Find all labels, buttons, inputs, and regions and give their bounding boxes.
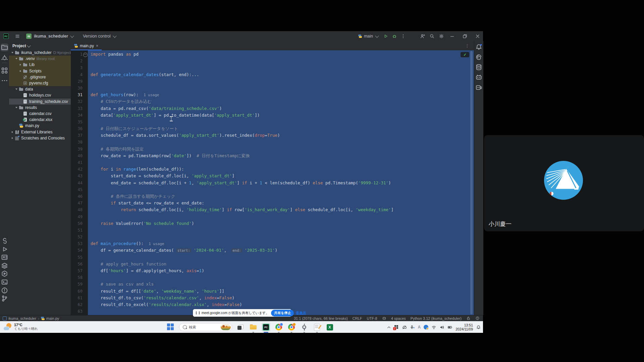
line-ending-widget[interactable]: CRLF	[353, 316, 362, 320]
hide-banner-link[interactable]: 非表示	[296, 311, 306, 315]
gutter-ai-icon[interactable]	[83, 53, 88, 57]
error-indicator-icon[interactable]	[475, 316, 480, 321]
encoding-widget[interactable]: UTF-8	[367, 316, 377, 320]
search-icon[interactable]	[429, 34, 435, 39]
code-area[interactable]: import pandas as pddef generate_calendar…	[88, 50, 474, 315]
code-line-55	[88, 254, 474, 261]
notification-bell-icon[interactable]	[476, 325, 481, 330]
chevron-closed-icon[interactable]	[20, 70, 21, 72]
database-tool-icon[interactable]	[475, 63, 483, 71]
settings-icon[interactable]	[439, 34, 444, 39]
ai-assistant-icon[interactable]	[475, 53, 483, 61]
problems-tool-icon[interactable]	[1, 287, 8, 294]
taskbar-app-file-explorer[interactable]	[249, 323, 258, 331]
close-icon[interactable]	[475, 34, 480, 39]
tree-item-calendar-csv[interactable]: calendar.csv	[9, 111, 71, 117]
tree-item-holidays-csv[interactable]: holidays.csv	[9, 92, 71, 98]
tree-item-data[interactable]: data	[9, 86, 71, 92]
taskbar-app-chrome-profile-1[interactable]	[274, 323, 283, 331]
tree-item-training-schedule-csv[interactable]: training_schedule.csv	[9, 99, 71, 105]
volume-icon[interactable]	[439, 325, 444, 330]
wifi-icon[interactable]	[431, 325, 436, 330]
project-selector[interactable]: ikuma_scheduler	[34, 34, 73, 39]
taskbar-app-notepad[interactable]	[313, 323, 321, 331]
commit-tool-icon[interactable]	[1, 54, 8, 62]
tree-item--venv[interactable]: .venvlibrary root	[9, 56, 71, 62]
tray-clock[interactable]: 13:51 2024/11/09	[455, 323, 473, 331]
app-grid-badge-icon[interactable]: 1	[394, 325, 399, 329]
tree-item-external-libraries[interactable]: External Libraries	[9, 129, 71, 135]
editor-body[interactable]: 1234293031323334353637383940414243444546…	[71, 50, 474, 315]
more-tools-icon[interactable]	[1, 77, 8, 84]
interpreter-widget[interactable]: Python 3.12 (ikuma_scheduler)	[411, 316, 462, 320]
chevron-closed-icon[interactable]	[12, 131, 13, 133]
weather-desc: くもり時々晴れ	[14, 327, 38, 331]
assistant-plugin-icon[interactable]	[475, 73, 483, 81]
run-tool-icon[interactable]	[1, 245, 8, 253]
tree-item-lib[interactable]: Lib	[9, 62, 71, 68]
tree-item-results[interactable]: results	[9, 105, 71, 111]
ai-status-icon[interactable]	[382, 316, 386, 321]
taskbar-app-task-view[interactable]	[236, 323, 245, 331]
breadcrumb-file[interactable]: main.py	[46, 316, 59, 320]
taskbar-app-pycharm[interactable]: PC	[262, 323, 270, 331]
add-user-icon[interactable]	[420, 34, 425, 39]
ime-mode-indicator[interactable]: A	[418, 325, 421, 329]
caret-position-widget[interactable]: 31:1 (2078 chars, 66 line breaks)	[294, 316, 348, 320]
participant-tile[interactable]: 小川慶一	[484, 135, 644, 231]
chevron-open-icon[interactable]	[11, 52, 13, 53]
main-menu-icon[interactable]	[15, 34, 20, 39]
vcs-selector[interactable]: Version control	[83, 34, 116, 39]
restore-icon[interactable]	[462, 34, 468, 39]
version-control-tool-icon[interactable]	[1, 295, 8, 302]
battery-icon[interactable]	[447, 325, 452, 330]
taskbar-app-settings[interactable]	[300, 323, 309, 331]
chevron-open-icon[interactable]	[15, 58, 17, 59]
tree-item--gitignore[interactable]: .gitignore	[9, 74, 71, 80]
hidden-icons-icon[interactable]	[386, 325, 391, 330]
line-number: 38	[71, 139, 88, 145]
tab-close-icon[interactable]: ×	[96, 44, 98, 48]
blue-app-icon[interactable]	[424, 325, 428, 329]
more-actions-icon[interactable]	[400, 34, 406, 39]
indent-widget[interactable]: 4 spaces	[391, 316, 406, 320]
python-console-icon[interactable]	[1, 237, 8, 245]
stop-sharing-button[interactable]: 共有を停止	[271, 310, 294, 316]
unlock-icon[interactable]	[466, 316, 471, 321]
project-panel-header[interactable]: Project	[9, 41, 71, 50]
tree-item-scratches-and-consoles[interactable]: Scratches and Consoles	[9, 135, 71, 141]
tree-item-scripts[interactable]: Scripts	[9, 68, 71, 74]
project-tool-icon[interactable]	[1, 44, 8, 51]
chevron-closed-icon[interactable]	[12, 137, 13, 139]
editor-scrollbar[interactable]	[470, 51, 473, 314]
breadcrumb-project[interactable]: ikuma_scheduler	[8, 316, 36, 320]
translate-plugin-icon[interactable]	[475, 83, 483, 91]
taskbar-app-chrome-profile-2[interactable]	[287, 323, 296, 331]
terminal-tool-icon[interactable]	[1, 278, 8, 286]
run-config-selector[interactable]: main	[364, 34, 378, 39]
debug-icon[interactable]	[392, 34, 397, 39]
tab-options-icon[interactable]: ⋮	[465, 44, 469, 48]
tree-item-ikuma-scheduler[interactable]: ikuma_schedulerD:¥projects¥exper	[9, 50, 71, 56]
notifications-icon[interactable]	[475, 43, 483, 51]
tree-item-pyvenv-cfg[interactable]: pyvenv.cfg	[9, 80, 71, 86]
tab-main-py[interactable]: main.py ×	[71, 41, 102, 50]
onedrive-paused-icon[interactable]	[402, 325, 407, 330]
structure-tool-icon[interactable]	[1, 67, 8, 74]
layers-tool-icon[interactable]	[1, 262, 8, 269]
tree-item-main-py[interactable]: main.py	[9, 123, 71, 129]
inspection-status-icon[interactable]: ✓	[461, 52, 469, 57]
start-button[interactable]	[166, 323, 175, 331]
chevron-closed-icon[interactable]	[20, 64, 21, 66]
minimize-icon[interactable]	[449, 34, 455, 39]
taskbar-search[interactable]: 検索	[179, 323, 232, 331]
taskbar-app-excel[interactable]: X	[325, 323, 334, 331]
chevron-open-icon[interactable]	[15, 88, 17, 90]
weather-widget[interactable]: 17°C くもり時々晴れ	[3, 322, 38, 331]
table-tool-icon[interactable]	[1, 253, 8, 261]
chevron-open-icon[interactable]	[15, 107, 17, 108]
run-icon[interactable]	[383, 34, 388, 39]
tree-item-calendar-xlsx[interactable]: calendar.xlsx	[9, 117, 71, 123]
mic-location-icon[interactable]	[410, 325, 415, 330]
services-tool-icon[interactable]	[1, 270, 8, 278]
